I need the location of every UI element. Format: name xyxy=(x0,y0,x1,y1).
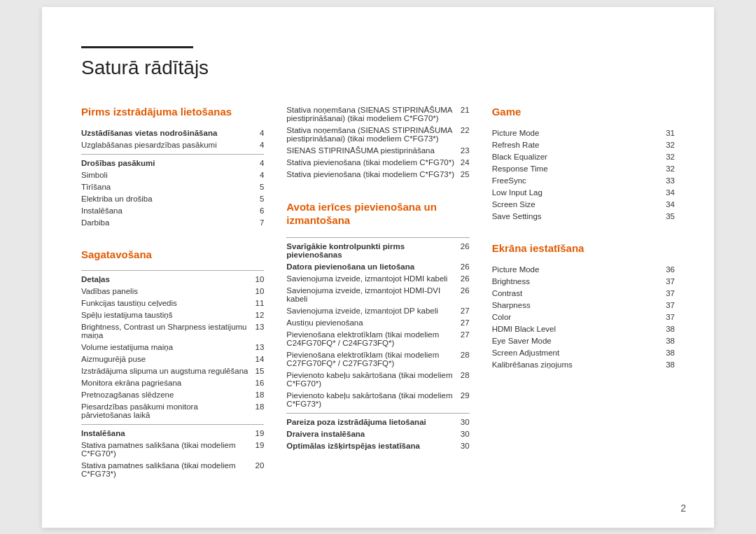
toc-item: Stativa noņemšana (SIENAS STIPRINĀŠUMA p… xyxy=(286,104,469,125)
toc-item: Stativa pievienošana (tikai modeliem C*F… xyxy=(286,157,469,169)
toc-item: Picture Mode 36 xyxy=(492,264,675,276)
section-title-game: Game xyxy=(492,106,675,118)
page-number: 2 xyxy=(680,503,686,514)
toc-item: Piesardzības pasākumi monitora pārvietoš… xyxy=(81,401,264,421)
toc-item: Eye Saver Mode 38 xyxy=(492,335,675,347)
divider xyxy=(81,424,264,425)
page-title: Saturā rādītājs xyxy=(81,41,675,79)
divider xyxy=(81,270,264,271)
toc-item: HDMI Black Level 38 xyxy=(492,323,675,335)
content-columns: Pirms izstrādājuma lietošanas Uzstādīšan… xyxy=(81,104,675,500)
toc-item: Savienojuma izveide, izmantojot HDMI-DVI… xyxy=(286,285,469,305)
toc-item: Brightness, Contrast un Sharpness iestat… xyxy=(81,321,264,342)
toc-item: Stativa noņemšana (SIENAS STIPRINĀŠUMA p… xyxy=(286,125,469,145)
toc-item: Aizmugurējā puse 14 xyxy=(81,353,264,365)
toc-item: Instalēšana 6 xyxy=(81,205,264,217)
toc-item: Izstrādājuma slipuma un augstuma regulēš… xyxy=(81,365,264,377)
toc-item: Kalibrēšanas ziņojums 38 xyxy=(492,359,675,371)
toc-item: Drošības pasākumi 4 xyxy=(81,157,264,169)
toc-item: Pretnozagšanas slēdzene 18 xyxy=(81,389,264,401)
section-stativa: Stativa noņemšana (SIENAS STIPRINĀŠUMA p… xyxy=(286,104,469,181)
toc-item: Optimālas izšķirtspējas iestatīšana 30 xyxy=(286,440,469,452)
divider xyxy=(286,237,469,238)
toc-item: Tīrīšana 5 xyxy=(81,181,264,193)
toc-item: Funkcijas taustiņu ceļvedis 11 xyxy=(81,297,264,309)
section-ekrana: Ekrāna iestatīšana Picture Mode 36 Brigh… xyxy=(492,242,675,371)
toc-item: Brightness 37 xyxy=(492,276,675,288)
column-right: Game Picture Mode 31 Refresh Rate 32 Bla… xyxy=(492,104,675,500)
divider xyxy=(81,154,264,155)
section-title-sagatavosana: Sagatavošana xyxy=(81,248,264,260)
section-avota: Avota ierīces pievienošana un izmantošan… xyxy=(286,200,469,452)
toc-item: Stativa pamatnes salikšana (tikai modeli… xyxy=(81,460,264,480)
toc-item: Detaļas 10 xyxy=(81,274,264,286)
toc-item: Refresh Rate 32 xyxy=(492,139,675,151)
toc-item: Picture Mode 31 xyxy=(492,127,675,139)
toc-item: Vadības panelis 10 xyxy=(81,286,264,297)
section-title-pirms: Pirms izstrādājuma lietošanas xyxy=(81,106,264,118)
toc-item: Pareiza poza izstrādājuma lietošanai 30 xyxy=(286,416,469,428)
toc-item: FreeSync 33 xyxy=(492,175,675,187)
section-title-avota: Avota ierīces pievienošana un izmantošan… xyxy=(286,200,469,227)
section-pirms: Pirms izstrādājuma lietošanas Uzstādīšan… xyxy=(81,106,264,229)
toc-item: Instalēšana 19 xyxy=(81,428,264,440)
toc-item: Stativa pamatnes salikšana (tikai modeli… xyxy=(81,440,264,460)
toc-item: Color 37 xyxy=(492,311,675,323)
toc-item: Uzglabāšanas piesardzības pasākumi 4 xyxy=(81,139,264,151)
page: Saturā rādītājs Pirms izstrādājuma lieto… xyxy=(42,7,714,528)
toc-item: Black Equalizer 32 xyxy=(492,151,675,163)
toc-item: Savienojuma izveide, izmantojot DP kabel… xyxy=(286,305,469,317)
toc-item: Simboli 4 xyxy=(81,169,264,181)
toc-item: Contrast 37 xyxy=(492,288,675,300)
toc-item: Response Time 32 xyxy=(492,163,675,175)
toc-item: Elektriba un drošiba 5 xyxy=(81,193,264,205)
toc-item: Pievienošana elektrotīklam (tikai modeli… xyxy=(286,329,469,349)
section-title-ekrana: Ekrāna iestatīšana xyxy=(492,242,675,254)
toc-item: SIENAS STIPRINĀŠUMA piestiprināšana 23 xyxy=(286,145,469,157)
toc-item: Monitora ekrāna pagrieśana 16 xyxy=(81,377,264,389)
toc-item: Pievienošana elektrotīklam (tikai modeli… xyxy=(286,349,469,370)
divider xyxy=(286,413,469,414)
toc-item: Datora pievienošana un lietošana 26 xyxy=(286,261,469,273)
toc-item: Austiņu pievienošana 27 xyxy=(286,317,469,329)
toc-item: Draivera instalēšana 30 xyxy=(286,428,469,440)
toc-item: Screen Adjustment 38 xyxy=(492,347,675,359)
toc-item: Svarīgākie kontrolpunkti pirms pievienoš… xyxy=(286,241,469,261)
toc-item: Pievienoto kabeļu sakārtošana (tikai mod… xyxy=(286,390,469,410)
section-game: Game Picture Mode 31 Refresh Rate 32 Bla… xyxy=(492,106,675,223)
section-sagatavosana: Sagatavošana Detaļas 10 Vadības panelis … xyxy=(81,248,264,480)
column-middle: Stativa noņemšana (SIENAS STIPRINĀŠUMA p… xyxy=(286,104,469,500)
toc-item: Stativa pievienošana (tikai modeliem C*F… xyxy=(286,169,469,181)
toc-item: Uzstādīšanas vietas nodrošināšana 4 xyxy=(81,127,264,139)
toc-item: Savienojuma izveide, izmantojot HDMI kab… xyxy=(286,273,469,285)
toc-item: Save Settings 35 xyxy=(492,211,675,223)
toc-item: Screen Size 34 xyxy=(492,199,675,211)
toc-item: Spēļu iestatijuma taustiņš 12 xyxy=(81,309,264,321)
toc-item: Volume iestatijuma maiņa 13 xyxy=(81,342,264,353)
toc-item: Sharpness 37 xyxy=(492,300,675,311)
toc-item: Low Input Lag 34 xyxy=(492,187,675,199)
toc-item: Pievienoto kabeļu sakārtošana (tikai mod… xyxy=(286,370,469,390)
toc-item: Darbiba 7 xyxy=(81,217,264,229)
column-left: Pirms izstrādājuma lietošanas Uzstādīšan… xyxy=(81,104,264,500)
